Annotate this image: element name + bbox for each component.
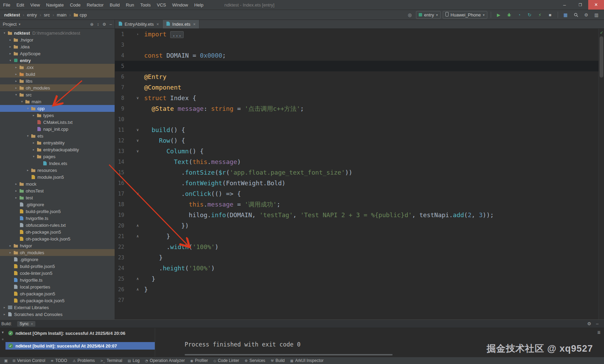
statusbar-item-version-control[interactable]: ⊞Version Control: [10, 357, 48, 364]
tree-item-pages[interactable]: ▾pages: [0, 153, 115, 160]
code-line-22[interactable]: 22 .width('100%'): [115, 242, 599, 252]
tree-item-oh-modules[interactable]: ▸oh_modules: [0, 249, 115, 256]
locate-file-icon[interactable]: ⊕: [90, 22, 93, 27]
debug-icon[interactable]: [505, 11, 513, 19]
stop-icon[interactable]: ■: [546, 11, 554, 19]
sync-icon[interactable]: ↻: [525, 11, 534, 19]
line-number[interactable]: 4: [115, 52, 124, 59]
code-line-10[interactable]: 10: [115, 114, 599, 125]
tree-item-napi-init-cpp[interactable]: napi_init.cpp: [0, 126, 115, 132]
panel-settings-icon[interactable]: ⚙: [103, 22, 106, 27]
editor-scrollbar-thumb[interactable]: [600, 36, 603, 78]
tree-item-gitignore[interactable]: .gitignore: [0, 201, 115, 208]
tree-item-oh-package-json5[interactable]: oh-package.json5: [0, 290, 115, 297]
statusbar-item-profiler[interactable]: ◉Profiler: [187, 357, 211, 364]
fold-marker-icon[interactable]: ∨: [135, 149, 141, 153]
line-number[interactable]: 20: [115, 223, 124, 229]
code-line-3[interactable]: 3: [115, 39, 599, 50]
fold-marker-icon[interactable]: ∧: [135, 287, 141, 292]
statusbar-item-arkui-inspector[interactable]: ▦ArkUI Inspector: [288, 357, 326, 364]
line-number[interactable]: 8: [115, 95, 124, 101]
line-number[interactable]: 16: [115, 180, 124, 186]
tree-item-module-json5[interactable]: module.json5: [0, 174, 115, 180]
code-line-26[interactable]: 26∧}: [115, 284, 599, 295]
menu-edit[interactable]: Edit: [13, 0, 27, 10]
line-number[interactable]: 24: [115, 265, 124, 271]
output-scrollbar-thumb[interactable]: [185, 354, 393, 355]
tree-item-cmakelists-txt[interactable]: CMakeLists.txt: [0, 119, 115, 126]
menu-build[interactable]: Build: [107, 0, 123, 10]
fold-marker-icon[interactable]: ∨: [135, 128, 141, 132]
tree-item-idea[interactable]: ▸.idea: [0, 43, 115, 50]
tree-chevron-icon[interactable]: ▸: [14, 72, 19, 76]
tree-item-main[interactable]: ▾main: [0, 98, 115, 105]
statusbar-item-services[interactable]: ⚙Services: [242, 357, 268, 364]
fold-marker-icon[interactable]: ›: [135, 32, 141, 36]
line-number[interactable]: 18: [115, 201, 124, 208]
run-icon[interactable]: ▶: [495, 11, 503, 19]
tree-chevron-icon[interactable]: ▸: [14, 66, 19, 69]
code-line-24[interactable]: 24 .height('100%'): [115, 263, 599, 273]
tree-item-libs[interactable]: ▸libs: [0, 78, 115, 84]
line-number[interactable]: 10: [115, 116, 124, 122]
tree-chevron-icon[interactable]: ▸: [8, 251, 13, 254]
code-editor[interactable]: 1›import ...34const DOMAIN = 0x0000;56@E…: [115, 29, 604, 319]
tree-item-build[interactable]: ▸build: [0, 71, 115, 78]
tree-chevron-icon[interactable]: ▸: [8, 52, 13, 55]
statusbar-item-todo[interactable]: ≡TODO: [48, 357, 70, 364]
line-number[interactable]: 1: [115, 31, 124, 37]
statusbar-item-terminal[interactable]: >_Terminal: [97, 357, 125, 364]
tree-item-oh-package-lock-json5[interactable]: oh-package-lock.json5: [0, 297, 115, 304]
tab-index-ets[interactable]: Index.ets×: [163, 20, 199, 28]
tree-item-test[interactable]: ▸test: [0, 194, 115, 201]
settings-gear-icon[interactable]: ⚙: [582, 11, 590, 19]
tree-item-build-profile-json5[interactable]: build-profile.json5: [0, 263, 115, 270]
line-number[interactable]: 22: [115, 244, 124, 250]
code-line-16[interactable]: 16 .fontWeight(FontWeight.Bold): [115, 178, 599, 188]
line-number[interactable]: 15: [115, 169, 124, 176]
tree-item-resources[interactable]: ▸resources: [0, 167, 115, 174]
code-line-13[interactable]: 13∨ Column() {: [115, 146, 599, 156]
search-icon[interactable]: [572, 11, 580, 19]
tree-chevron-icon[interactable]: ▾: [20, 100, 24, 103]
code-line-19[interactable]: 19 hilog.info(DOMAIN, 'testTag', 'Test N…: [115, 210, 599, 220]
code-line-14[interactable]: 14 Text(this.message): [115, 156, 599, 167]
tree-chevron-icon[interactable]: ▸: [8, 45, 13, 48]
tree-item-obfuscation-rules-txt[interactable]: obfuscation-rules.txt: [0, 222, 115, 228]
fold-marker-icon[interactable]: ∨: [135, 96, 141, 100]
hide-panel-icon[interactable]: –: [109, 22, 112, 27]
close-button[interactable]: ×: [588, 0, 604, 10]
expand-collapse-icon[interactable]: ↕: [97, 22, 99, 27]
menu-window[interactable]: Window: [169, 0, 191, 10]
tree-chevron-icon[interactable]: ▸: [31, 114, 36, 117]
line-number[interactable]: 27: [115, 297, 124, 303]
code-line-8[interactable]: 8∨struct Index {: [115, 93, 599, 103]
tree-item-hvigor[interactable]: ▸.hvigor: [0, 36, 115, 43]
line-number[interactable]: 19: [115, 212, 124, 218]
line-number[interactable]: 6: [115, 74, 124, 80]
tree-chevron-icon[interactable]: ▸: [2, 313, 7, 316]
code-line-9[interactable]: 9 @State message: string = '点击调用c++方法';: [115, 103, 599, 114]
tree-item-entry[interactable]: ▾entry: [0, 57, 115, 64]
code-line-12[interactable]: 12∨ Row() {: [115, 135, 599, 146]
code-line-4[interactable]: 4const DOMAIN = 0x0000;: [115, 50, 599, 61]
code-line-17[interactable]: 17∨ .onClick(() => {: [115, 188, 599, 199]
build-message[interactable]: ✓ndktest [Ohpm Install]: successful At 2…: [5, 329, 155, 337]
code-line-18[interactable]: 18 this.message = '调用成功';: [115, 199, 599, 210]
statusbar-item-log[interactable]: ▤Log: [125, 357, 142, 364]
line-number[interactable]: 9: [115, 106, 124, 112]
tree-item-hvigorfile-ts[interactable]: hvigorfile.ts: [0, 277, 115, 283]
code-line-6[interactable]: 6@Entry: [115, 71, 599, 82]
line-number[interactable]: 3: [115, 42, 124, 48]
code-line-5[interactable]: 5: [115, 61, 599, 71]
line-number[interactable]: 26: [115, 286, 124, 293]
tree-chevron-icon[interactable]: ▸: [31, 148, 36, 151]
tree-item-ets[interactable]: ▾ets: [0, 132, 115, 139]
error-stripe[interactable]: ✓: [599, 29, 604, 319]
device-manager-icon[interactable]: ▦: [561, 11, 570, 19]
close-tab-icon[interactable]: ×: [156, 22, 159, 27]
project-panel-title[interactable]: Project: [3, 22, 16, 27]
tree-item-ohostest[interactable]: ▸ohosTest: [0, 187, 115, 194]
fold-marker-icon[interactable]: ∨: [135, 138, 141, 143]
fold-marker-icon[interactable]: ∧: [135, 223, 141, 228]
